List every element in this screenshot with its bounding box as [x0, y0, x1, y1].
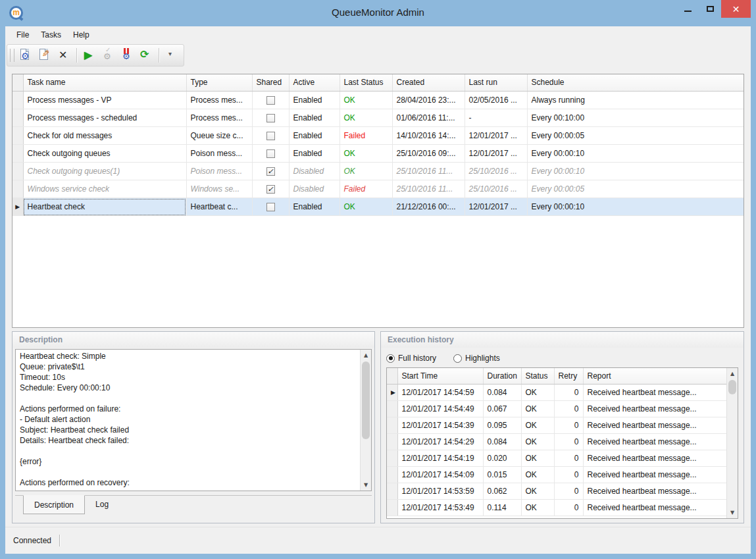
close-button[interactable]: ✕	[721, 0, 751, 18]
cell-schedule[interactable]: Every 00:00:05	[527, 127, 744, 145]
cell-type[interactable]: Process mes...	[186, 92, 252, 109]
cell-status[interactable]: OK	[521, 450, 554, 467]
tab-description[interactable]: Description	[23, 495, 85, 514]
cell-duration[interactable]: 0.084	[483, 434, 521, 450]
cell-schedule[interactable]: Every 00:00:10	[527, 145, 744, 163]
cell-active[interactable]: Enabled	[289, 92, 340, 109]
execution-row[interactable]: 12/01/2017 14:54:090.015OK0Received hear…	[387, 467, 728, 483]
column-header-report[interactable]: Report	[583, 368, 728, 385]
execution-scrollbar[interactable]: ▲ ▼	[726, 368, 738, 518]
cell-type[interactable]: Process mes...	[186, 109, 252, 127]
column-header-created[interactable]: Created	[392, 74, 465, 92]
cell-report[interactable]: Received heartbeat message...	[583, 434, 728, 450]
cell-start-time[interactable]: 12/01/2017 14:54:19	[397, 450, 483, 467]
column-header-status[interactable]: Status	[521, 368, 554, 385]
cell-retry[interactable]: 0	[554, 385, 583, 401]
cell-type[interactable]: Heartbeat c...	[186, 198, 252, 216]
cell-shared[interactable]: ✓	[252, 180, 289, 198]
column-header-task-name[interactable]: Task name	[23, 74, 186, 92]
add-task-button[interactable]: ⚙	[17, 47, 35, 64]
cell-shared[interactable]	[252, 92, 289, 109]
cell-active[interactable]: Enabled	[289, 198, 340, 216]
checkbox-checked-icon[interactable]: ✓	[266, 185, 275, 194]
radio-full-history[interactable]: Full history	[386, 354, 436, 363]
title-bar[interactable]: m QueueMonitor Admin ✕	[0, 0, 756, 26]
checkbox-unchecked-icon[interactable]	[266, 132, 275, 140]
cell-last-status[interactable]: OK	[340, 109, 392, 127]
cell-status[interactable]: OK	[521, 434, 554, 450]
cell-status[interactable]: OK	[521, 417, 554, 434]
cell-start-time[interactable]: 12/01/2017 14:54:09	[397, 467, 483, 483]
checkbox-unchecked-icon[interactable]	[266, 96, 275, 105]
cell-last-status[interactable]: OK	[340, 198, 392, 216]
cell-retry[interactable]: 0	[554, 401, 583, 417]
cell-shared[interactable]: ✓	[252, 163, 289, 180]
scroll-up-icon[interactable]: ▲	[361, 350, 371, 361]
cell-report[interactable]: Received heartbeat message...	[583, 450, 728, 467]
enable-task-button[interactable]: ⚙✓	[99, 47, 117, 64]
cell-duration[interactable]: 0.095	[483, 417, 521, 434]
cell-created[interactable]: 21/12/2016 00:...	[392, 198, 465, 216]
pause-task-button[interactable]: ⚙	[118, 47, 136, 64]
scrollbar-thumb[interactable]	[728, 380, 736, 394]
row-selector-cell[interactable]	[387, 467, 397, 483]
toolbar-overflow-button[interactable]: ▾	[163, 47, 180, 64]
task-row[interactable]: Check for old messagesQueue size c...Ena…	[13, 127, 744, 145]
execution-row[interactable]: 12/01/2017 14:53:590.062OK0Received hear…	[387, 483, 728, 500]
cell-task-name[interactable]: Check for old messages	[23, 127, 186, 145]
cell-schedule[interactable]: Every 00:00:05	[527, 180, 744, 198]
column-header-shared[interactable]: Shared	[252, 74, 289, 92]
cell-task-name[interactable]: Process messages - scheduled	[23, 109, 186, 127]
edit-task-button[interactable]: ✎	[36, 47, 54, 64]
row-selector-cell[interactable]	[387, 401, 397, 417]
description-text-area[interactable]: Heartbeat check: SimpleQueue: private$\t…	[15, 349, 372, 491]
cell-last-run[interactable]: 02/05/2016 ...	[465, 92, 527, 109]
scroll-down-icon[interactable]: ▼	[361, 479, 371, 491]
cell-duration[interactable]: 0.067	[483, 401, 521, 417]
refresh-button[interactable]: ⟳	[138, 47, 155, 64]
execution-row[interactable]: 12/01/2017 14:54:390.095OK0Received hear…	[387, 417, 728, 434]
row-selector-cell[interactable]	[13, 92, 23, 109]
cell-report[interactable]: Received heartbeat message...	[583, 483, 728, 500]
tab-log[interactable]: Log	[85, 496, 119, 513]
column-header-schedule[interactable]: Schedule	[527, 74, 744, 92]
cell-last-run[interactable]: 12/01/2017 ...	[465, 198, 527, 216]
cell-last-run[interactable]: 12/01/2017 ...	[465, 145, 527, 163]
cell-schedule[interactable]: Every 00:00:10	[527, 198, 744, 216]
row-selector-cell[interactable]	[13, 109, 23, 127]
row-selector-cell[interactable]	[13, 180, 23, 198]
cell-last-status[interactable]: OK	[340, 92, 392, 109]
row-selector-cell[interactable]	[387, 417, 397, 434]
menu-help[interactable]: Help	[67, 28, 95, 42]
cell-type[interactable]: Poison mess...	[186, 145, 252, 163]
column-header-retry[interactable]: Retry	[554, 368, 583, 385]
cell-last-run[interactable]: 25/10/2016 ...	[465, 180, 527, 198]
cell-retry[interactable]: 0	[554, 467, 583, 483]
cell-start-time[interactable]: 12/01/2017 14:53:59	[397, 483, 483, 500]
cell-last-status[interactable]: OK	[340, 145, 392, 163]
cell-status[interactable]: OK	[521, 500, 554, 516]
cell-type[interactable]: Queue size c...	[186, 127, 252, 145]
cell-status[interactable]: OK	[521, 483, 554, 500]
cell-active[interactable]: Enabled	[289, 127, 340, 145]
cell-start-time[interactable]: 12/01/2017 14:54:29	[397, 434, 483, 450]
menu-file[interactable]: File	[11, 28, 35, 42]
cell-created[interactable]: 25/10/2016 11...	[392, 163, 465, 180]
row-selector-cell[interactable]: ▶	[387, 385, 397, 401]
execution-row[interactable]: 12/01/2017 14:54:190.020OK0Received hear…	[387, 450, 728, 467]
execution-row[interactable]: 12/01/2017 14:53:490.114OK0Received hear…	[387, 500, 728, 516]
scroll-up-icon[interactable]: ▲	[727, 368, 738, 379]
column-header-active[interactable]: Active	[289, 74, 340, 92]
cell-start-time[interactable]: 12/01/2017 14:53:49	[397, 500, 483, 516]
row-selector-cell[interactable]	[387, 434, 397, 450]
cell-start-time[interactable]: 12/01/2017 14:54:59	[397, 385, 483, 401]
cell-retry[interactable]: 0	[554, 434, 583, 450]
scrollbar-thumb[interactable]	[362, 361, 370, 439]
toolbar-grip-handle[interactable]	[10, 49, 14, 62]
cell-retry[interactable]: 0	[554, 483, 583, 500]
cell-task-name[interactable]: Check outgoing queues	[23, 145, 186, 163]
row-selector-cell[interactable]: ▶	[13, 198, 23, 216]
cell-active[interactable]: Enabled	[289, 109, 340, 127]
cell-duration[interactable]: 0.020	[483, 450, 521, 467]
cell-created[interactable]: 25/10/2016 11...	[392, 180, 465, 198]
